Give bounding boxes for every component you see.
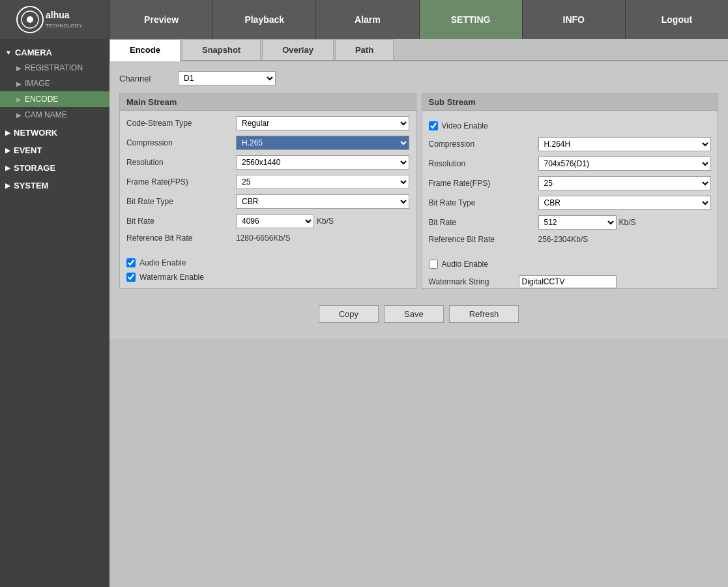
main-bitratetype-row: Bit Rate Type CBR VBR [126,194,409,209]
buttons-row: Copy Save Refresh [119,299,718,329]
network-arrow-icon: ▶ [5,129,10,136]
main-refbitrate-label: Reference Bit Rate [126,233,231,243]
streams-container: Main Stream Code-Stream Type Regular Sub [119,93,718,289]
main-framerate-row: Frame Rate(FPS) 25 20 15 10 [126,175,409,189]
sidebar-section-storage[interactable]: ▶ STORAGE [0,158,109,175]
main-watermark-checkbox[interactable] [126,273,136,282]
main-bitrate-unit: Kb/S [317,217,334,226]
sidebar-section-network[interactable]: ▶ NETWORK [0,123,109,140]
sub-watermark-string-row: Watermark String [422,275,718,288]
sidebar-system-label: SYSTEM [14,181,48,190]
sub-framerate-select[interactable]: 25 20 15 10 [538,176,712,190]
sub-stream-body: Video Enable Compression H.264H H.264 H.… [422,111,718,254]
main-resolution-row: Resolution 2560x1440 1920x1080 1280x720 [126,155,409,170]
sidebar-camera-label: CAMERA [15,48,52,57]
sub-audio-row: Audio Enable [422,260,718,269]
main-bitratetype-select[interactable]: CBR VBR [236,194,409,209]
nav-info[interactable]: INFO [522,0,625,39]
sub-compression-select[interactable]: H.264H H.264 H.265 MJPEG [538,137,712,151]
main-stream-header: Main Stream [120,94,416,111]
sub-bitrate-select[interactable]: 512 256 128 64 [538,215,617,230]
dahua-logo-svg: alhua TECHNOLOGY [16,5,94,35]
sidebar-section-camera[interactable]: ▼ CAMERA [0,42,109,60]
sidebar-storage-label: STORAGE [14,163,55,173]
nav-preview[interactable]: Preview [109,0,212,39]
main-compression-select[interactable]: H.265 H.264 H.264H H.264B MJPEG [236,136,409,150]
main-compression-label: Compression [126,138,231,147]
system-arrow-icon: ▶ [5,182,10,189]
main-bitratetype-label: Bit Rate Type [126,197,231,206]
storage-arrow-icon: ▶ [5,164,10,172]
sub-watermark-string-input[interactable] [519,275,617,288]
main-watermark-row: Watermark Enable [120,273,416,282]
refresh-button[interactable]: Refresh [449,305,519,323]
save-button[interactable]: Save [384,305,444,323]
sub-stream-box: Sub Stream Video Enable Compression H.26… [422,93,719,289]
main-code-stream-label: Code-Stream Type [126,119,231,128]
tab-path[interactable]: Path [335,39,394,60]
sidebar-camname-label: CAM NAME [25,110,67,119]
tab-snapshot[interactable]: Snapshot [182,39,261,60]
sub-refbitrate-label: Reference Bit Rate [429,235,533,244]
sub-refbitrate-value: 256-2304Kb/S [538,235,589,244]
nav-logout[interactable]: Logout [625,0,728,39]
main-resolution-select[interactable]: 2560x1440 1920x1080 1280x720 [236,155,409,170]
sidebar-section-event[interactable]: ▶ EVENT [0,140,109,158]
sub-resolution-select[interactable]: 704x576(D1) 352x288(CIF) 176x144(QCIF) [538,157,712,171]
sidebar-encode-label: ENCODE [25,95,58,104]
sidebar-section-system[interactable]: ▶ SYSTEM [0,175,109,193]
sub-compression-row: Compression H.264H H.264 H.265 MJPEG [429,137,712,151]
sub-bitrate-unit: Kb/S [619,218,636,227]
sub-video-enable-checkbox[interactable] [429,121,438,130]
image-arrow-icon: ▶ [16,80,22,87]
sub-audio-label: Audio Enable [442,260,488,269]
sub-video-enable-row: Video Enable [429,121,712,130]
main-audio-checkbox[interactable] [126,258,136,267]
sub-framerate-label: Frame Rate(FPS) [429,179,533,188]
main-compression-row: Compression H.265 H.264 H.264H H.264B MJ… [126,136,409,150]
sidebar-item-encode[interactable]: ▶ ENCODE [0,91,109,107]
sub-watermark-string-label: Watermark String [429,277,514,286]
encode-arrow-icon: ▶ [16,96,22,103]
sub-bitratetype-row: Bit Rate Type CBR VBR [429,196,712,210]
nav-alarm[interactable]: Alarm [315,0,418,39]
main-refbitrate-row: Reference Bit Rate 1280-6656Kb/S [126,233,409,243]
nav-playback[interactable]: Playback [212,0,315,39]
sub-bitrate-controls: 512 256 128 64 Kb/S [538,215,712,230]
tab-bar: Encode Snapshot Overlay Path [109,39,728,61]
tab-overlay[interactable]: Overlay [262,39,334,60]
main-code-stream-select[interactable]: Regular Sub [236,116,409,130]
copy-button[interactable]: Copy [319,305,379,323]
main-nav: Preview Playback Alarm SETTING INFO Logo… [109,0,728,39]
event-arrow-icon: ▶ [5,147,10,154]
registration-arrow-icon: ▶ [16,65,22,72]
main-bitrate-select[interactable]: 4096 2048 1024 512 [236,214,314,228]
sidebar-event-label: EVENT [14,145,42,155]
sub-audio-checkbox[interactable] [429,260,438,269]
sidebar-item-image[interactable]: ▶ IMAGE [0,76,109,91]
main-framerate-select[interactable]: 25 20 15 10 [236,175,409,189]
main-code-stream-row: Code-Stream Type Regular Sub [126,116,409,130]
sub-refbitrate-row: Reference Bit Rate 256-2304Kb/S [429,235,712,244]
main-audio-label: Audio Enable [139,258,186,267]
sub-bitrate-label: Bit Rate [429,218,533,227]
channel-select[interactable]: D1 D2 D3 D4 [178,71,276,85]
logo: alhua TECHNOLOGY [0,0,109,39]
sub-video-enable-label: Video Enable [442,121,488,130]
svg-text:TECHNOLOGY: TECHNOLOGY [46,23,83,29]
nav-setting[interactable]: SETTING [419,0,522,39]
main-watermark-label: Watermark Enable [139,273,204,282]
main-bitrate-row: Bit Rate 4096 2048 1024 512 Kb/S [126,214,409,228]
svg-text:alhua: alhua [46,10,70,20]
sidebar-item-registration[interactable]: ▶ REGISTRATION [0,60,109,76]
sub-framerate-row: Frame Rate(FPS) 25 20 15 10 [429,176,712,190]
sidebar-registration-label: REGISTRATION [25,63,83,72]
sub-bitratetype-select[interactable]: CBR VBR [538,196,712,210]
sidebar-item-cam-name[interactable]: ▶ CAM NAME [0,107,109,123]
sidebar-image-label: IMAGE [25,79,50,88]
sub-bitrate-row: Bit Rate 512 256 128 64 Kb/S [429,215,712,230]
encode-panel: Channel D1 D2 D3 D4 Main Stream Code-Str… [109,61,728,339]
main-refbitrate-value: 1280-6656Kb/S [236,233,290,243]
tab-encode[interactable]: Encode [109,39,181,61]
camera-arrow-icon: ▼ [5,49,12,56]
